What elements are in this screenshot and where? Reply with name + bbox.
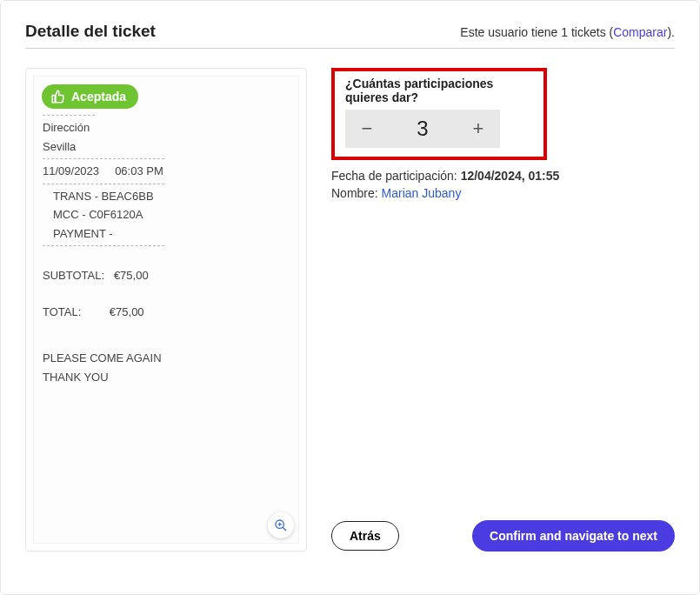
header-info-end: ). — [667, 25, 675, 39]
receipt-total-value: €75,00 — [110, 305, 144, 318]
receipt-panel: Aceptada Dirección Sevilla 11/09/2023 06… — [25, 68, 307, 552]
user-name-link[interactable]: Marian Jubany — [382, 186, 462, 200]
receipt-direccion-label: Dirección — [43, 119, 290, 137]
receipt-datetime: 11/09/2023 06:03 PM — [43, 163, 290, 180]
header-info-suffix: tickets ( — [568, 25, 613, 39]
receipt-image: Dirección Sevilla 11/09/2023 06:03 PM TR… — [33, 76, 299, 544]
thumbs-up-icon — [50, 89, 66, 104]
meta-info: Fecha de participación: 12/04/2024, 01:5… — [331, 169, 675, 200]
participation-date-value: 12/04/2024, 01:55 — [461, 169, 560, 183]
receipt-time: 06:03 PM — [115, 164, 163, 177]
side-panel: ¿Cuántas participaciones quieres dar? − … — [331, 68, 675, 552]
receipt-trans: TRANS - BEAC6BB — [43, 188, 290, 205]
footer-actions: Atrás Confirm and navigate to next — [331, 520, 675, 552]
quantity-value: 3 — [389, 117, 457, 141]
receipt-subtotal-label: SUBTOTAL: — [43, 269, 104, 282]
back-button[interactable]: Atrás — [331, 521, 399, 551]
receipt-total-label: TOTAL: — [43, 305, 81, 318]
receipt-footer1: PLEASE COME AGAIN — [43, 350, 290, 367]
svg-line-1 — [283, 527, 286, 531]
participation-date-row: Fecha de participación: 12/04/2024, 01:5… — [331, 169, 675, 183]
participations-label: ¿Cuántas participaciones quieres dar? — [345, 77, 533, 104]
header-info-prefix: Este usuario tiene — [460, 25, 561, 39]
receipt-mcc: MCC - C0F6120A — [43, 206, 290, 224]
participation-date-label: Fecha de participación: — [331, 169, 461, 183]
name-label: Nombre: — [331, 186, 382, 200]
header-info-count: 1 — [561, 25, 568, 39]
header: Detalle del ticket Este usuario tiene 1 … — [25, 22, 675, 49]
zoom-button[interactable] — [268, 512, 294, 538]
status-badge-label: Aceptada — [71, 90, 126, 104]
receipt-subtotal-value: €75,00 — [114, 269, 149, 282]
name-row: Nombre: Marian Jubany — [331, 186, 675, 200]
receipt-date: 11/09/2023 — [43, 164, 99, 177]
receipt-total-row: TOTAL: €75,00 — [43, 304, 290, 321]
participations-box: ¿Cuántas participaciones quieres dar? − … — [331, 68, 547, 160]
status-badge: Aceptada — [42, 84, 138, 109]
header-info: Este usuario tiene 1 tickets (Comparar). — [460, 25, 675, 39]
increment-button[interactable]: + — [457, 110, 500, 148]
content: Aceptada Dirección Sevilla 11/09/2023 06… — [25, 68, 675, 552]
zoom-in-icon — [274, 518, 288, 532]
quantity-stepper: − 3 + — [345, 110, 500, 148]
confirm-next-button[interactable]: Confirm and navigate to next — [472, 520, 675, 552]
compare-link[interactable]: Comparar — [613, 25, 667, 39]
receipt-payment: PAYMENT - — [43, 225, 290, 243]
receipt-subtotal-row: SUBTOTAL: €75,00 — [43, 267, 290, 284]
page-title: Detalle del ticket — [25, 22, 156, 41]
receipt-footer2: THANK YOU — [43, 369, 290, 386]
decrement-button[interactable]: − — [345, 110, 389, 148]
receipt-city: Sevilla — [43, 138, 290, 156]
ticket-detail-page: Detalle del ticket Este usuario tiene 1 … — [0, 0, 700, 595]
